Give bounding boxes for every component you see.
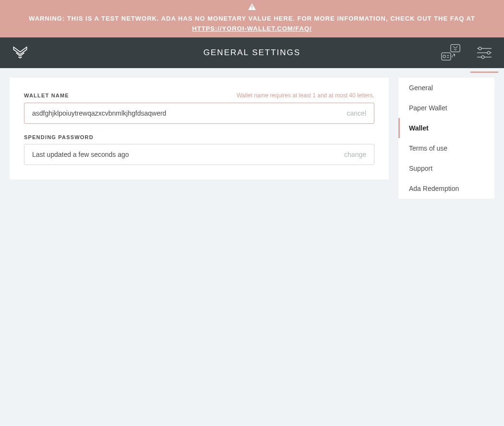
settings-icon[interactable] (474, 43, 494, 63)
wallet-name-label: WALLET NAME (24, 93, 69, 98)
app-header: GENERAL SETTINGS (0, 37, 504, 68)
settings-card: WALLET NAME Wallet name requires at leas… (10, 78, 389, 179)
settings-sidebar: General Paper Wallet Wallet Terms of use… (398, 78, 494, 199)
spending-password-value: Last updated a few seconds ago (32, 151, 344, 158)
wallet-name-value: asdfghjklpoiuytrewqazxcvbnmlkjhgfdsaqwer… (32, 109, 347, 117)
warning-icon (248, 3, 256, 10)
sidebar-item-terms-of-use[interactable]: Terms of use (398, 138, 494, 158)
spending-password-field[interactable]: Last updated a few seconds ago change (24, 144, 374, 165)
wallet-name-cancel-button[interactable]: cancel (347, 109, 366, 117)
wallet-name-group: WALLET NAME Wallet name requires at leas… (24, 92, 374, 124)
svg-rect-0 (252, 5, 252, 8)
svg-rect-1 (252, 9, 252, 10)
sidebar-item-support[interactable]: Support (398, 158, 494, 178)
wallets-icon[interactable] (441, 43, 461, 63)
spending-password-label: SPENDING PASSWORD (24, 134, 94, 140)
svg-point-8 (487, 51, 490, 54)
svg-point-4 (443, 55, 446, 58)
spending-password-change-button[interactable]: change (344, 151, 366, 158)
test-network-banner: WARNING: THIS IS A TEST NETWORK. ADA HAS… (0, 0, 504, 37)
banner-text: WARNING: THIS IS A TEST NETWORK. ADA HAS… (29, 15, 475, 22)
active-tab-indicator (470, 71, 498, 73)
sidebar-item-general[interactable]: General (398, 78, 494, 98)
sidebar-item-ada-redemption[interactable]: Ada Redemption (398, 178, 494, 199)
wallet-name-hint: Wallet name requires at least 1 and at m… (237, 92, 374, 99)
sidebar-item-paper-wallet[interactable]: Paper Wallet (398, 98, 494, 118)
sidebar-item-wallet[interactable]: Wallet (398, 118, 494, 138)
yoroi-logo-icon[interactable] (12, 45, 28, 61)
wallet-name-field[interactable]: asdfghjklpoiuytrewqazxcvbnmlkjhgfdsaqwer… (24, 103, 374, 124)
svg-point-6 (479, 47, 481, 50)
banner-faq-link[interactable]: HTTPS://YOROI-WALLET.COM/FAQ/ (192, 25, 312, 32)
page-title: GENERAL SETTINGS (0, 48, 504, 58)
spending-password-group: SPENDING PASSWORD Last updated a few sec… (24, 134, 374, 165)
svg-point-10 (481, 56, 484, 59)
